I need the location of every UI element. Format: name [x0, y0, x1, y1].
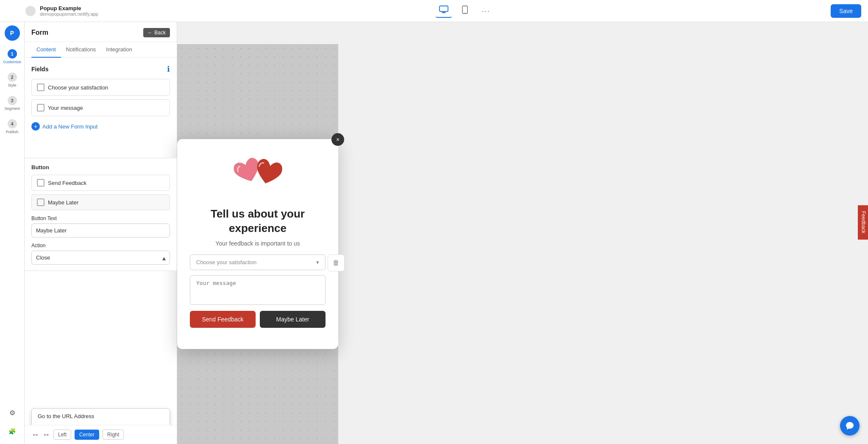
step-3-label: Segment [4, 106, 19, 111]
step-4-label: Publish [6, 130, 19, 134]
popup-subtitle: Your feedback is important to us [190, 240, 326, 247]
popup-close-button[interactable]: × [331, 133, 344, 146]
settings-btn[interactable]: ⚙ [5, 405, 20, 420]
chat-icon-btn[interactable] [840, 416, 860, 436]
back-label: Back [154, 30, 166, 36]
field-message[interactable]: Your message [31, 99, 170, 116]
header-left: Popup Example demopopupsmart.netlify.app [25, 5, 98, 17]
align-left-btn[interactable]: Left [53, 430, 71, 440]
sidebar: P 1 Customize 2 Style 3 Segment 4 Publis… [0, 22, 25, 444]
bottom-bar: ↔ ↔ Left Center Right [25, 425, 177, 444]
feedback-tab[interactable]: Feedback [858, 205, 868, 239]
site-url: demopopupsmart.netlify.app [40, 11, 98, 17]
site-title: Popup Example [40, 5, 98, 11]
button-sub-panel: Button Send Feedback Maybe Later Button … [25, 158, 177, 271]
field-message-icon [37, 104, 45, 112]
collapse-icon[interactable]: ↔ [42, 430, 50, 439]
button-text-input[interactable] [31, 223, 170, 237]
preview-canvas: × Tell us about your exp [177, 44, 338, 444]
puzzle-btn[interactable]: 🧩 [5, 424, 20, 439]
send-feedback-label: Send Feedback [48, 180, 86, 186]
send-feedback-btn[interactable]: Send Feedback [190, 311, 256, 328]
action-select[interactable]: Close Go to the URL Address Show the Pag… [31, 251, 170, 265]
popup-title: Tell us about your experience [190, 207, 326, 236]
action-label: Action [31, 243, 170, 249]
sidebar-item-customize[interactable]: 1 Customize [0, 45, 24, 68]
satisfaction-field-wrapper: Choose your satisfaction ▾ 🗑 [190, 254, 326, 270]
panel-header: Form ← Back [25, 22, 177, 42]
app-logo[interactable]: P [5, 25, 20, 41]
hearts-illustration [228, 152, 287, 198]
step-1-label: Customize [3, 60, 21, 64]
add-label: Add a New Form Input [42, 123, 97, 130]
back-button[interactable]: ← Back [143, 28, 170, 37]
expand-icon[interactable]: ↔ [31, 430, 39, 439]
send-feedback-icon [37, 179, 45, 187]
site-info: Popup Example demopopupsmart.netlify.app [40, 5, 98, 17]
satisfaction-chevron-icon: ▾ [316, 259, 319, 265]
step-4-number: 4 [8, 119, 17, 128]
sidebar-item-segment[interactable]: 3 Segment [0, 92, 24, 115]
sidebar-item-style[interactable]: 2 Style [0, 68, 24, 92]
field-satisfaction[interactable]: Choose your satisfaction [31, 79, 170, 96]
step-2-label: Style [8, 83, 16, 87]
add-form-input-btn[interactable]: + Add a New Form Input [31, 120, 170, 133]
desktop-btn[interactable] [436, 4, 452, 18]
step-1-number: 1 [8, 49, 17, 59]
back-arrow-icon: ← [147, 30, 153, 36]
mobile-btn[interactable] [459, 4, 471, 18]
button-section-title: Button [31, 164, 170, 170]
fields-title: Fields [31, 66, 48, 73]
align-center-btn[interactable]: Center [75, 430, 99, 440]
tab-integration[interactable]: Integration [101, 42, 137, 58]
tab-content[interactable]: Content [31, 42, 61, 58]
satisfaction-select[interactable]: Choose your satisfaction ▾ [190, 254, 326, 270]
favicon-icon [25, 6, 36, 16]
popup-modal: × Tell us about your exp [177, 139, 338, 349]
field-satisfaction-label: Choose your satisfaction [48, 84, 108, 91]
maybe-later-label: Maybe Later [48, 199, 78, 206]
align-right-btn[interactable]: Right [103, 430, 124, 440]
sidebar-bottom: ⚙ 🧩 [5, 405, 20, 444]
fields-info-icon[interactable]: ℹ [167, 64, 170, 74]
popup-buttons: Send Feedback Maybe Later [190, 311, 326, 328]
add-icon: + [31, 122, 40, 131]
action-select-wrapper: Close Go to the URL Address Show the Pag… [31, 251, 170, 265]
fields-section-header: Fields ℹ [31, 64, 170, 74]
tab-notifications[interactable]: Notifications [61, 42, 101, 58]
form-panel: Form ← Back Content Notifications Integr… [25, 22, 177, 444]
maybe-later-icon [37, 198, 45, 206]
top-header: Popup Example demopopupsmart.netlify.app… [0, 0, 868, 22]
button-send-feedback[interactable]: Send Feedback [31, 175, 170, 191]
message-textarea[interactable] [190, 275, 326, 305]
button-maybe-later[interactable]: Maybe Later [31, 194, 170, 210]
more-btn[interactable]: ⋯ [478, 4, 493, 18]
device-switcher: ⋯ [436, 4, 493, 18]
step-2-number: 2 [8, 73, 17, 82]
satisfaction-placeholder: Choose your satisfaction [196, 259, 256, 265]
field-message-label: Your message [48, 105, 83, 111]
svg-point-2 [465, 12, 465, 13]
panel-tabs: Content Notifications Integration [25, 42, 177, 58]
popup-hero [177, 139, 338, 203]
dropdown-item-url[interactable]: Go to the URL Address [32, 409, 170, 424]
step-3-number: 3 [8, 96, 17, 105]
sidebar-item-publish[interactable]: 4 Publish [0, 115, 24, 138]
panel-title: Form [31, 29, 48, 36]
field-satisfaction-icon [37, 84, 45, 91]
button-text-label: Button Text [31, 215, 170, 221]
popup-body: Tell us about your experience Your feedb… [177, 203, 338, 336]
trash-icon: 🗑 [333, 259, 339, 267]
delete-satisfaction-btn[interactable]: 🗑 [328, 254, 345, 271]
maybe-later-btn[interactable]: Maybe Later [260, 311, 326, 328]
save-button[interactable]: Save [831, 4, 861, 18]
svg-rect-0 [440, 6, 448, 11]
